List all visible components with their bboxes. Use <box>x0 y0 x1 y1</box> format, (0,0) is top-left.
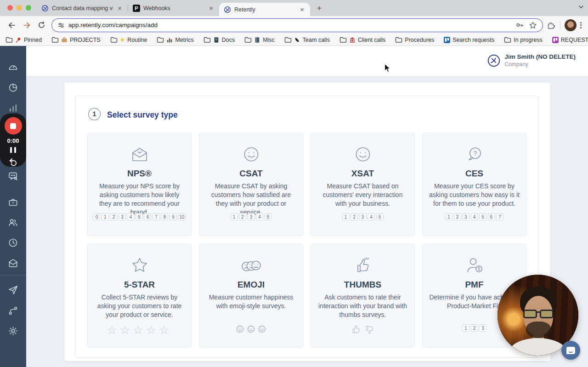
bookmarks-bar: PinnedPROJECTS★RoutineMetricsDocsMiscTea… <box>0 34 588 46</box>
survey-card-title: NPS® <box>88 169 191 179</box>
restart-recording-icon[interactable] <box>8 157 18 168</box>
sidebar-item-clock[interactable] <box>8 237 18 248</box>
new-tab-button[interactable]: + <box>314 3 325 14</box>
svg-text:$: $ <box>477 266 480 271</box>
step-number-badge: 1 <box>88 108 101 120</box>
bookmark-procedures[interactable]: Procedures <box>395 36 434 43</box>
bookmark-label: PROJECTS <box>70 37 101 43</box>
survey-card-title: 5-STAR <box>88 280 191 290</box>
browser-tab-webhooks[interactable]: PWebhooks× <box>128 0 219 16</box>
webcam-glasses-bridge <box>536 311 541 313</box>
phone-icon <box>294 37 300 43</box>
sidebar-item-settings[interactable] <box>8 326 18 336</box>
bookmark-label: REQUESTS <box>561 37 588 43</box>
survey-card-csat[interactable]: CSATMeasure CSAT by asking customers how… <box>199 133 303 236</box>
bookmark-search-requests[interactable]: Search requests <box>444 37 494 43</box>
zoom-window-button[interactable] <box>26 5 31 11</box>
address-bar[interactable]: app.retently.com/campaigns/add <box>51 18 543 32</box>
folder-icon <box>284 36 292 43</box>
emoji-faces-icon <box>199 254 303 277</box>
envelope-smile-icon <box>88 143 191 166</box>
survey-card-description: Measure customer happiness with emoji-st… <box>199 293 303 311</box>
stop-recording-button[interactable] <box>5 117 22 135</box>
browser-menu-icon[interactable] <box>578 20 583 30</box>
sidebar-item-users[interactable] <box>8 217 18 228</box>
back-button[interactable] <box>6 19 18 31</box>
survey-type-section: 1 Select survey type NPS®Measure your NP… <box>75 96 538 358</box>
password-key-icon[interactable] <box>515 21 524 29</box>
survey-card-description: Collect 5-STAR reviews by asking your cu… <box>88 293 191 319</box>
rating-scale: 12345 <box>199 213 303 220</box>
happy-face-icon <box>258 325 266 333</box>
bookmark-docs[interactable]: Docs <box>204 36 235 43</box>
thumb-sparkle-icon <box>311 254 414 277</box>
bookmark-client-calls[interactable]: Client calls <box>339 36 385 43</box>
bookmark-star-icon[interactable] <box>529 21 537 29</box>
question-bubble-icon: ? <box>423 143 526 166</box>
url-text[interactable]: app.retently.com/campaigns/add <box>68 22 511 28</box>
sidebar-item-envelope[interactable] <box>8 258 18 268</box>
site-settings-tune-icon[interactable] <box>57 22 65 29</box>
bookmark-projects[interactable]: PROJECTS <box>51 36 101 43</box>
bookmark-misc[interactable]: Misc <box>244 36 275 43</box>
folder-icon <box>204 36 211 43</box>
smiley-icon <box>311 143 414 166</box>
bookmark-label: Misc <box>263 37 275 43</box>
bookmark-pinned[interactable]: Pinned <box>6 36 42 43</box>
browser-profile-avatar[interactable] <box>565 19 577 31</box>
survey-card-emoji[interactable]: EMOJIMeasure customer happiness with emo… <box>199 244 303 347</box>
bookmark-team-calls[interactable]: Team calls <box>284 36 330 43</box>
window-controls <box>7 5 31 11</box>
minimize-window-button[interactable] <box>17 5 22 11</box>
tab-list: Contact data mapping via the×PWebhooks×R… <box>37 0 310 16</box>
close-window-button[interactable] <box>7 5 13 11</box>
survey-card-thumbs[interactable]: THUMBSAsk customers to rate their intera… <box>311 244 415 347</box>
survey-card-title: CSAT <box>199 169 303 179</box>
svg-text:P: P <box>135 6 138 11</box>
close-tab-icon[interactable]: × <box>208 4 215 12</box>
sad-face-icon <box>236 325 244 333</box>
browser-tab-contact-data-mapping-via-the[interactable]: Contact data mapping via the× <box>37 0 128 16</box>
sidebar-item-workflow[interactable] <box>8 305 18 316</box>
webcam-person-glasses <box>523 310 554 319</box>
survey-card-title: CES <box>423 169 526 179</box>
rating-scale: 12345 <box>311 213 414 220</box>
tab-title: Webhooks <box>143 5 204 11</box>
bookmark-requests[interactable]: REQUESTS <box>552 37 588 43</box>
folder-icon <box>157 36 164 43</box>
browser-tab-retently[interactable]: Retently× <box>219 3 310 16</box>
mouse-cursor <box>384 63 391 73</box>
account-menu[interactable]: Jim Smith (NO DELETE) Company <box>487 53 576 68</box>
account-avatar-logo <box>487 54 500 67</box>
survey-card-title: THUMBS <box>311 280 414 290</box>
sidebar-item-dashboard[interactable] <box>8 62 18 73</box>
extensions-puzzle-icon[interactable] <box>547 21 556 30</box>
bookmark-in-progress[interactable]: In progress <box>504 36 543 43</box>
survey-card-xsat[interactable]: XSATMeasure CSAT based on customers' eve… <box>311 133 415 236</box>
bookmark-routine[interactable]: ★Routine <box>110 36 147 43</box>
p-badge-favicon-icon: P <box>133 5 140 12</box>
sidebar-item-bar-chart[interactable] <box>8 103 18 113</box>
pause-recording-button[interactable] <box>0 147 26 153</box>
close-tab-icon[interactable]: × <box>116 4 123 12</box>
screen-recorder-widget[interactable]: 0:00 <box>0 113 26 167</box>
bookmark-metrics[interactable]: Metrics <box>157 36 193 43</box>
reload-button[interactable] <box>35 19 47 31</box>
survey-card-ces[interactable]: ?CESMeasure your CES score by asking cus… <box>422 133 526 236</box>
bar-chart-icon <box>166 37 173 43</box>
sidebar-item-send[interactable] <box>8 285 18 295</box>
sidebar-item-conversations[interactable] <box>8 171 18 181</box>
sidebar-item-briefcase[interactable] <box>8 197 18 208</box>
tab-search-chevron-icon[interactable] <box>578 4 584 10</box>
bookmark-label: In progress <box>514 37 543 43</box>
star-icon: ★ <box>120 36 125 43</box>
survey-card-description: Measure your CES score by asking custome… <box>423 182 526 208</box>
survey-card-5-star[interactable]: 5-STARCollect 5-STAR reviews by asking y… <box>87 244 192 347</box>
survey-card-nps[interactable]: NPS®Measure your NPS score by asking cus… <box>87 133 192 236</box>
emoji-rating-icons <box>199 325 303 333</box>
intercom-launcher[interactable] <box>561 341 580 360</box>
forward-button[interactable] <box>21 19 33 31</box>
close-tab-icon[interactable]: × <box>299 6 305 13</box>
sidebar-item-pie-chart[interactable] <box>8 82 18 93</box>
toolbar-right <box>547 19 583 31</box>
